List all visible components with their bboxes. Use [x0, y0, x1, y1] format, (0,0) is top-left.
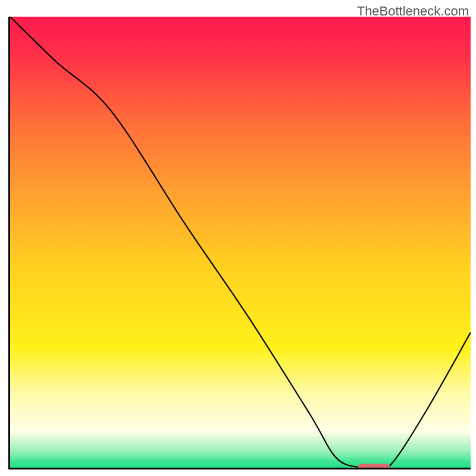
bottleneck-range-marker [358, 464, 390, 470]
chart-plot-area [8, 17, 471, 469]
watermark-text: TheBottleneck.com [357, 4, 469, 19]
chart-curve [10, 17, 471, 468]
